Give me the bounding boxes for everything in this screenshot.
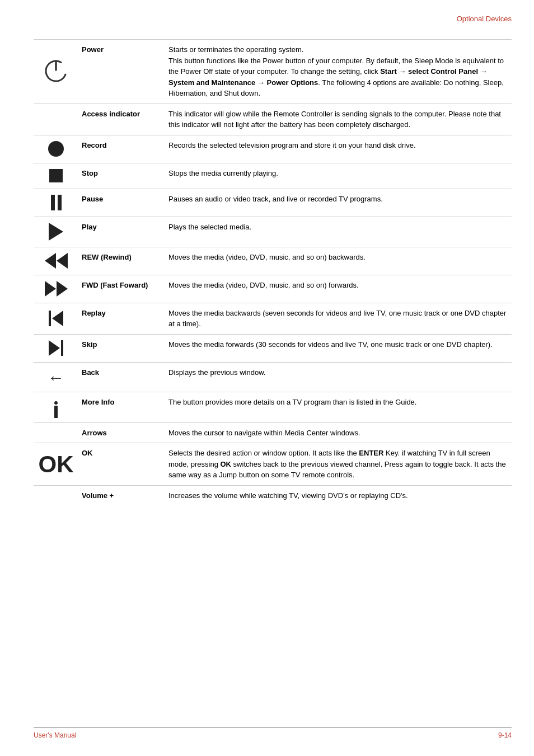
icon-rew (34, 247, 78, 275)
page-footer: User's Manual 9-14 (34, 727, 512, 739)
replay-icon (49, 311, 63, 326)
description-cell: Moves the media (video, DVD, music, and … (165, 275, 512, 303)
table-row: More InfoThe button provides more detail… (34, 392, 512, 422)
feature-table: PowerStarts or terminates the operating … (34, 39, 512, 505)
table-row: ArrowsMoves the cursor to navigate withi… (34, 422, 512, 443)
table-row: REW (Rewind)Moves the media (video, DVD,… (34, 247, 512, 275)
footer-manual-label: User's Manual (34, 731, 76, 739)
icon-record (34, 135, 78, 163)
description-cell: Moves the media forwards (30 seconds for… (165, 334, 512, 362)
feature-label: FWD (Fast Foward) (78, 275, 165, 303)
ok-label-icon: OK (39, 451, 74, 478)
icon-play (34, 217, 78, 247)
description-cell: Moves the media (video, DVD, music, and … (165, 247, 512, 275)
table-row: ReplayMoves the media backwards (seven s… (34, 303, 512, 334)
table-row: Access indicatorThis indicator will glow… (34, 104, 512, 135)
feature-label: Power (78, 40, 165, 104)
description-cell: Moves the media backwards (seven seconds… (165, 303, 512, 334)
play-triangle-icon (49, 223, 63, 241)
back-arrow-icon: ← (48, 368, 64, 387)
table-row: FWD (Fast Foward)Moves the media (video,… (34, 275, 512, 303)
description-cell: Stops the media currently playing. (165, 163, 512, 189)
icon-pause (34, 189, 78, 217)
icon-ok: OK (34, 443, 78, 486)
icon-back: ← (34, 362, 78, 392)
fast-forward-icon (45, 281, 68, 297)
record-circle-icon (48, 141, 64, 157)
table-row: ←BackDisplays the previous window. (34, 362, 512, 392)
feature-label: Skip (78, 334, 165, 362)
icon-none (34, 422, 78, 443)
footer-page-number: 9-14 (498, 731, 512, 739)
section-title: Optional Devices (457, 15, 512, 23)
icon-power (34, 40, 78, 104)
feature-label: Replay (78, 303, 165, 334)
icon-none (34, 104, 78, 135)
feature-label: Back (78, 362, 165, 392)
description-cell: The button provides more details on a TV… (165, 392, 512, 422)
feature-label: Stop (78, 163, 165, 189)
feature-label: Arrows (78, 422, 165, 443)
icon-replay (34, 303, 78, 334)
rewind-icon (45, 253, 68, 269)
description-cell: Displays the previous window. (165, 362, 512, 392)
icon-stop (34, 163, 78, 189)
table-row: PausePauses an audio or video track, and… (34, 189, 512, 217)
table-row: Volume +Increases the volume while watch… (34, 485, 512, 505)
feature-label: OK (78, 443, 165, 486)
feature-label: REW (Rewind) (78, 247, 165, 275)
table-row: StopStops the media currently playing. (34, 163, 512, 189)
description-cell: Selects the desired action or window opt… (165, 443, 512, 486)
icon-info (34, 392, 78, 422)
table-row: SkipMoves the media forwards (30 seconds… (34, 334, 512, 362)
table-row: PlayPlays the selected media. (34, 217, 512, 247)
table-row: RecordRecords the selected television pr… (34, 135, 512, 163)
description-cell: Moves the cursor to navigate within Medi… (165, 422, 512, 443)
feature-label: Play (78, 217, 165, 247)
main-content: PowerStarts or terminates the operating … (34, 39, 512, 505)
skip-icon (49, 340, 63, 356)
feature-label: Access indicator (78, 104, 165, 135)
stop-square-icon (49, 169, 63, 182)
icon-fwd (34, 275, 78, 303)
table-row: OKOKSelects the desired action or window… (34, 443, 512, 486)
description-cell: This indicator will glow while the Remot… (165, 104, 512, 135)
feature-label: Volume + (78, 485, 165, 505)
description-cell: Plays the selected media. (165, 217, 512, 247)
description-cell: Starts or terminates the operating syste… (165, 40, 512, 104)
description-cell: Increases the volume while watching TV, … (165, 485, 512, 505)
feature-label: Pause (78, 189, 165, 217)
description-cell: Records the selected television program … (165, 135, 512, 163)
info-icon (54, 401, 58, 418)
pause-bars-icon (51, 195, 62, 210)
icon-none (34, 485, 78, 505)
feature-label: Record (78, 135, 165, 163)
icon-skip (34, 334, 78, 362)
description-cell: Pauses an audio or video track, and live… (165, 189, 512, 217)
feature-label: More Info (78, 392, 165, 422)
table-row: PowerStarts or terminates the operating … (34, 40, 512, 104)
